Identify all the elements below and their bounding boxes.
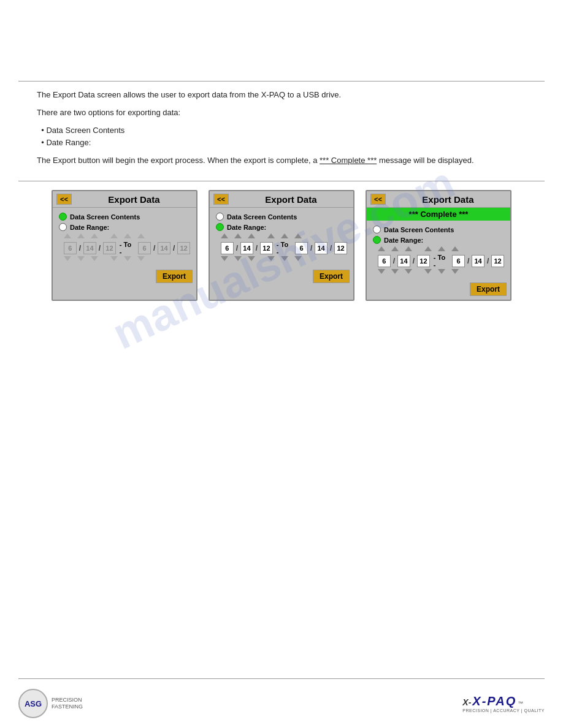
panel2-from-day[interactable]: 14 (240, 242, 253, 254)
panel2-radio1-circle[interactable] (216, 213, 224, 221)
panel2-radio2-label: Date Range: (227, 224, 266, 231)
panel2-down-ty[interactable] (294, 256, 302, 261)
panel1-back-button[interactable]: << (56, 194, 72, 205)
panel2-down-tm[interactable] (267, 256, 275, 261)
panel3-down-fd[interactable] (391, 269, 399, 274)
panel1-to-day: 14 (158, 242, 170, 254)
panel3-to-day[interactable]: 14 (472, 255, 484, 267)
panel2-spinner-fy[interactable] (248, 233, 255, 238)
panel1-spinner-fm (64, 233, 71, 238)
panel2-spinner-fm[interactable] (221, 233, 228, 238)
panel3-spinner-fd[interactable] (391, 246, 399, 251)
panel1-export-button[interactable]: Export (156, 270, 193, 283)
panel1-sep1: / (79, 244, 82, 252)
panel1-dn-tm (110, 256, 118, 261)
panel1-dn-fd (77, 256, 85, 261)
panel2-dn-td[interactable] (281, 256, 288, 261)
panel3-from-month[interactable]: 6 (378, 255, 391, 267)
panel3-dn-fy[interactable] (405, 269, 412, 274)
panel3-up-fy[interactable] (405, 246, 412, 251)
panel3-radio2-row: Date Range: (373, 236, 504, 244)
panel3-up-td[interactable] (438, 246, 445, 251)
panel3-radio2-circle[interactable] (373, 236, 381, 244)
panel3-back-button[interactable]: << (370, 194, 386, 205)
panel2-down-td[interactable] (281, 256, 288, 261)
panel2-spinner-fd[interactable] (234, 233, 242, 238)
xpaq-text: X-PAQ (472, 694, 516, 708)
panel1-up-td (124, 233, 131, 238)
panel3-dn-fm[interactable] (378, 269, 385, 274)
panel2-dn-fm[interactable] (221, 256, 228, 261)
panel2-up-fm[interactable] (221, 233, 228, 238)
panel1-title: Export Data (75, 194, 193, 205)
panel3-body: Data Screen Contents Date Range: (367, 221, 510, 279)
panel3-from-year[interactable]: 12 (417, 255, 430, 267)
panel2-down-fm[interactable] (221, 256, 228, 261)
panel2-to-month[interactable]: 6 (295, 242, 308, 254)
panel1-radio2-circle[interactable] (59, 223, 67, 231)
panel2-back-button[interactable]: << (213, 194, 229, 205)
option2: Date Range: (46, 138, 91, 147)
panel1-down-tm (110, 256, 118, 261)
panel3-up-ty[interactable] (451, 246, 459, 251)
panel3-up-tm[interactable] (424, 246, 432, 251)
panel1-radio2-row: Date Range: (59, 223, 190, 231)
panel3-to-month[interactable]: 6 (452, 255, 465, 267)
panel1-from-day: 14 (83, 242, 96, 254)
panel2-spinner-td[interactable] (281, 233, 288, 238)
panel3-export-button[interactable]: Export (470, 282, 507, 296)
panel3-dn-tm[interactable] (424, 269, 432, 274)
xpaq-logo: X- X-PAQ ™ PRECISION | ACCURACY | QUALIT… (462, 694, 545, 713)
panel3-radio1-label: Data Screen Contents (384, 226, 454, 233)
panel2-to-year[interactable]: 12 (334, 242, 347, 254)
panel3-down-tm[interactable] (424, 269, 432, 274)
panel3-down-td[interactable] (438, 269, 445, 274)
panel3-spinner-fm[interactable] (378, 246, 385, 251)
panel3-title: Export Data (389, 194, 507, 205)
panel3-down-fm[interactable] (378, 269, 385, 274)
panel3-sep4: / (486, 257, 489, 265)
panel2-down-fd[interactable] (234, 256, 242, 261)
panel2-sep2: / (255, 244, 258, 252)
panel2-dn-fy[interactable] (248, 256, 255, 261)
panel3-down-ty[interactable] (451, 269, 459, 274)
panel3-spinner-fy[interactable] (405, 246, 412, 251)
panel2-up-tm[interactable] (267, 233, 275, 238)
panel3-up-fd[interactable] (391, 246, 399, 251)
panel1-sep2: / (98, 244, 101, 252)
panel2-up-fd[interactable] (234, 233, 242, 238)
panel2-dn-fd[interactable] (234, 256, 242, 261)
panel3-spinner-tm[interactable] (424, 246, 432, 251)
panel2-export-row: Export (210, 266, 353, 287)
panel3-radio1-circle[interactable] (373, 226, 381, 233)
panel3-spinner-ty[interactable] (451, 246, 459, 251)
panel3-from-day[interactable]: 14 (397, 255, 410, 267)
panel3-dn-fd[interactable] (391, 269, 399, 274)
panel1-radio1-circle[interactable] (59, 213, 67, 221)
panel2-export-button[interactable]: Export (313, 270, 350, 283)
footer: ASG PRECISION FASTENING X- X-PAQ ™ PRECI… (0, 679, 563, 728)
panel3-spinner-td[interactable] (438, 246, 445, 251)
export-panel-2: << Export Data Data Screen Contents Date… (209, 190, 354, 301)
panel2-down-fy[interactable] (248, 256, 255, 261)
panel3-dn-ty[interactable] (451, 269, 459, 274)
panel2-to-day[interactable]: 14 (315, 242, 327, 254)
panel1-from-month: 6 (64, 242, 77, 254)
panel1-down-fd (77, 256, 85, 261)
panel2-up-ty[interactable] (294, 233, 302, 238)
panel3-down-fy[interactable] (405, 269, 412, 274)
asg-text: PRECISION FASTENING (52, 697, 83, 710)
panel3-dn-td[interactable] (438, 269, 445, 274)
panel3-up-fm[interactable] (378, 246, 385, 251)
panel2-dn-tm[interactable] (267, 256, 275, 261)
panel3-to-year[interactable]: 12 (491, 255, 504, 267)
panel1-spinner-td (124, 233, 131, 238)
panel2-up-td[interactable] (281, 233, 288, 238)
panel2-from-year[interactable]: 12 (260, 242, 273, 254)
panel2-from-month[interactable]: 6 (221, 242, 234, 254)
panel2-spinner-tm[interactable] (267, 233, 275, 238)
panel2-up-fy[interactable] (248, 233, 255, 238)
panel2-radio2-circle[interactable] (216, 223, 224, 231)
panel2-dn-ty[interactable] (294, 256, 302, 261)
panel2-spinner-ty[interactable] (294, 233, 302, 238)
